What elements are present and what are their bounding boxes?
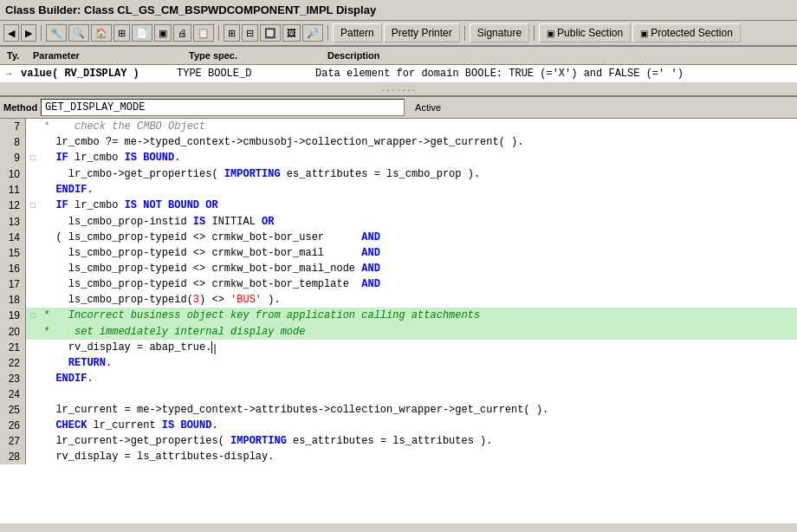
toolbar-btn-11[interactable]: 🔲 [260,24,281,42]
line-marker: □ [26,150,40,166]
line-marker [26,418,40,433]
code-line-23: 23 ENDIF. [0,371,797,386]
line-marker [26,119,40,134]
code-line-8: 8 lr_cmbo ?= me->typed_context->cmbusobj… [0,134,797,150]
line-content[interactable]: CHECK lr_current IS BOUND. [40,418,797,433]
code-area[interactable]: 7* check the CMBO Object8 lr_cmbo ?= me-… [0,119,797,523]
pretty-printer-button[interactable]: Pretty Printer [384,23,460,42]
line-marker [26,166,40,182]
separator-1 [41,25,42,41]
protected-section-label: Protected Section [651,27,733,39]
line-content[interactable]: ls_cmbo_prop-instid IS INITIAL OR [40,214,797,230]
line-content[interactable]: rv_display = ls_attributes-display. [40,449,797,464]
line-content[interactable]: RETURN. [40,355,797,371]
code-line-9: 9□ IF lr_cmbo IS BOUND. [0,150,797,166]
line-content[interactable]: ENDIF. [40,182,797,198]
toolbar-btn-10[interactable]: ⊟ [242,24,258,42]
code-line-7: 7* check the CMBO Object [0,119,797,134]
line-content[interactable]: lr_cmbo->get_properties( IMPORTING es_at… [40,166,797,182]
line-number: 15 [0,245,26,261]
param-description: Data element for domain BOOLE: TRUE (='X… [312,67,687,81]
code-line-20: 20* set immediately internal display mod… [0,324,797,340]
line-content[interactable]: * Incorrect business object key from app… [40,308,797,324]
back-button[interactable]: ◀ [3,24,19,42]
public-section-label: Public Section [557,27,623,39]
line-content[interactable]: ls_cmbo_prop-typeid <> crmkw_bot-bor_tem… [40,276,797,292]
method-name-field[interactable] [41,99,405,116]
line-content[interactable]: lr_current->get_properties( IMPORTING es… [40,433,797,449]
toolbar-btn-6[interactable]: ▣ [154,24,172,42]
code-line-28: 28 rv_display = ls_attributes-display. [0,449,797,464]
line-marker [26,261,40,276]
separator-5 [534,25,535,41]
protected-section-button[interactable]: ▣ Protected Section [632,23,741,42]
dots-area: ....... [0,82,797,95]
toolbar-btn-2[interactable]: 🔍 [68,24,89,42]
code-line-12: 12□ IF lr_cmbo IS NOT BOUND OR [0,198,797,214]
col-parameter: Parameter [29,49,185,62]
toolbar-btn-8[interactable]: 📋 [193,24,214,42]
toolbar-btn-4[interactable]: ⊞ [113,24,130,42]
line-marker [26,386,40,402]
line-marker [26,402,40,418]
code-line-17: 17 ls_cmbo_prop-typeid <> crmkw_bot-bor_… [0,276,797,292]
title-bar: Class Builder: Class CL_GS_CM_BSPWDCOMPO… [0,0,797,21]
code-line-26: 26 CHECK lr_current IS BOUND. [0,418,797,433]
method-status: Active [415,102,441,113]
line-content[interactable]: * check the CMBO Object [40,119,797,134]
code-line-24: 24 [0,386,797,402]
param-row: → value( RV_DISPLAY ) TYPE BOOLE_D Data … [0,65,797,82]
code-line-16: 16 ls_cmbo_prop-typeid <> crmkw_bot-bor_… [0,261,797,276]
line-number: 27 [0,433,26,449]
toolbar-btn-13[interactable]: 🔎 [302,24,323,42]
line-content[interactable]: lr_cmbo ?= me->typed_context->cmbusobj->… [40,134,797,150]
line-content[interactable]: IF lr_cmbo IS NOT BOUND OR [40,198,797,214]
toolbar-btn-5[interactable]: 📄 [132,24,152,42]
toolbar-btn-9[interactable]: ⊞ [224,24,240,42]
param-area: Ty. Parameter Type spec. Description → v… [0,47,797,97]
protected-section-icon: ▣ [640,29,648,38]
line-marker [26,214,40,230]
line-marker: □ [26,308,40,324]
toolbar-btn-3[interactable]: 🏠 [91,24,112,42]
line-number: 16 [0,261,26,276]
signature-button[interactable]: Signature [470,23,529,42]
toolbar: ◀ ▶ 🔧 🔍 🏠 ⊞ 📄 ▣ 🖨 📋 ⊞ ⊟ 🔲 🖼 🔎 Pattern Pr… [0,21,797,47]
line-marker [26,324,40,340]
code-line-21: 21 rv_display = abap_true.| [0,340,797,355]
toolbar-btn-1[interactable]: 🔧 [46,24,67,42]
text-cursor: | [211,341,212,354]
line-marker [26,340,40,355]
line-marker [26,292,40,308]
line-content[interactable]: rv_display = abap_true.| [40,340,797,355]
line-number: 20 [0,324,26,340]
method-bar: Method Active [0,97,797,119]
col-type-spec: Type spec. [185,49,324,62]
line-number: 17 [0,276,26,292]
code-line-15: 15 ls_cmbo_prop-typeid <> crmkw_bot-bor_… [0,245,797,261]
line-marker [26,449,40,464]
line-content[interactable] [40,386,797,402]
line-content[interactable]: lr_current = me->typed_context->attribut… [40,402,797,418]
separator-2 [218,25,219,41]
pattern-button[interactable]: Pattern [333,23,382,42]
line-content[interactable]: ls_cmbo_prop-typeid <> crmkw_bot-bor_mai… [40,261,797,276]
line-content[interactable]: * set immediately internal display mode [40,324,797,340]
line-content[interactable]: ls_cmbo_prop-typeid <> crmkw_bot-bor_mai… [40,245,797,261]
param-name: value( RV_DISPLAY ) [17,67,173,81]
line-number: 11 [0,182,26,198]
line-content[interactable]: IF lr_cmbo IS BOUND. [40,150,797,166]
line-marker [26,134,40,150]
param-type: TYPE BOOLE_D [173,67,312,81]
line-number: 8 [0,134,26,150]
public-section-icon: ▣ [547,29,554,38]
line-content[interactable]: ENDIF. [40,371,797,386]
public-section-button[interactable]: ▣ Public Section [539,23,631,42]
toolbar-btn-12[interactable]: 🖼 [282,24,301,42]
line-number: 28 [0,449,26,464]
main-content: Ty. Parameter Type spec. Description → v… [0,47,797,523]
toolbar-btn-7[interactable]: 🖨 [173,24,191,42]
line-content[interactable]: ( ls_cmbo_prop-typeid <> crmkw_bot-bor_u… [40,230,797,245]
forward-button[interactable]: ▶ [21,24,36,42]
line-content[interactable]: ls_cmbo_prop-typeid(3) <> 'BUS' ). [40,292,797,308]
